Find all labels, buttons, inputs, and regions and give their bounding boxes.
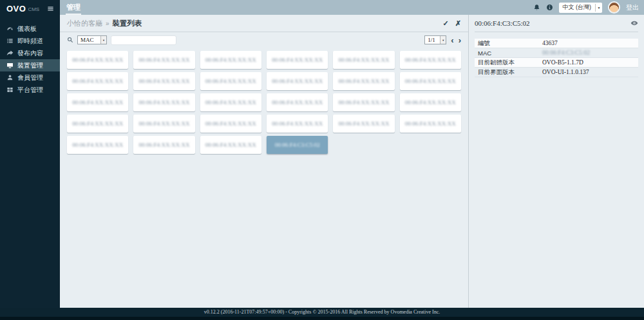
device-card[interactable]: 00:06:F4:XX:XX:XX <box>67 136 128 154</box>
logo-row: OVO CMS <box>0 0 60 17</box>
check-icon[interactable]: ✓ <box>443 20 449 27</box>
device-card-mac-masked: 00:06:F4:XX:XX:XX <box>405 78 456 84</box>
device-card[interactable]: 00:06:F4:XX:XX:XX <box>333 51 394 69</box>
detail-label: 目前界面版本 <box>475 68 542 77</box>
device-card-grid: 00:06:F4:XX:XX:XX00:06:F4:XX:XX:XX00:06:… <box>67 51 461 154</box>
device-card[interactable]: 00:06:F4:XX:XX:XX <box>67 72 128 90</box>
device-card-mac-masked: 00:06:F4:XX:XX:XX <box>205 78 256 84</box>
device-detail-panel: 00:06:F4:C3:C5:02 編號43637MAC00:06:F4:C3:… <box>468 15 644 308</box>
grid-icon <box>6 86 14 93</box>
page-select[interactable]: 1/1 ▼ <box>424 35 446 44</box>
device-card-mac-masked: 00:06:F4:XX:XX:XX <box>205 99 256 106</box>
device-card[interactable]: 00:06:F4:XX:XX:XX <box>67 93 128 111</box>
detail-panel-title: 00:06:F4:C3:C5:02 <box>475 19 530 27</box>
device-card[interactable]: 00:06:F4:XX:XX:XX <box>133 51 194 69</box>
device-card[interactable]: 00:06:F4:XX:XX:XX <box>200 51 261 69</box>
hamburger-icon[interactable] <box>47 5 54 12</box>
device-card[interactable]: 00:06:F4:XX:XX:XX <box>133 115 194 133</box>
detail-row: 目前界面版本OVO-UI-1.1.0.137 <box>475 68 638 77</box>
search-icon <box>67 37 73 43</box>
device-card-mac-masked: 00:06:F4:XX:XX:XX <box>138 78 189 84</box>
main-content: 小恰的客廳 » 裝置列表 ✓ ✗ MAC ▼ 1/1 ▼ ‹ › 00:06:F… <box>60 15 468 308</box>
detail-table: 編號43637MAC00:06:F4:C3:C5:02目前韌體版本OVO-B5-… <box>475 39 638 77</box>
device-card[interactable]: 00:06:F4:XX:XX:XX <box>133 136 194 154</box>
detail-panel-header: 00:06:F4:C3:C5:02 <box>475 15 638 32</box>
language-select[interactable]: 中文 (台灣) ▼ <box>559 3 603 13</box>
search-filter-select[interactable]: MAC ▼ <box>77 35 107 44</box>
search-input[interactable] <box>111 35 176 45</box>
device-card[interactable]: 00:06:F4:XX:XX:XX <box>200 115 261 133</box>
device-card-mac-masked: 00:06:F4:XX:XX:XX <box>72 99 123 106</box>
device-card-mac-masked: 00:06:F4:XX:XX:XX <box>72 142 123 148</box>
device-card-mac-masked: 00:06:F4:XX:XX:XX <box>405 99 456 106</box>
app-logo: OVO <box>6 4 26 14</box>
device-card-mac-masked: 00:06:F4:XX:XX:XX <box>405 120 456 127</box>
logout-button[interactable]: 登出 <box>626 3 639 12</box>
sidebar-item-dashboard[interactable]: 儀表板 <box>0 23 60 35</box>
device-card[interactable]: 00:06:F4:XX:XX:XX <box>200 136 261 154</box>
device-card[interactable]: 00:06:F4:XX:XX:XX <box>67 51 128 69</box>
device-card[interactable]: 00:06:F4:XX:XX:XX <box>267 51 328 69</box>
device-card-mac-masked: 00:06:F4:XX:XX:XX <box>72 78 123 84</box>
footer-bottom-strip <box>0 317 644 320</box>
device-card[interactable]: 00:06:F4:XX:XX:XX <box>133 72 194 90</box>
device-card-mac-masked: 00:06:F4:XX:XX:XX <box>338 99 389 106</box>
sidebar-item-label: 裝置管理 <box>17 61 43 70</box>
device-card-mac-masked: 00:06:F4:XX:XX:XX <box>205 142 256 148</box>
device-card[interactable]: 00:06:F4:XX:XX:XX <box>200 93 261 111</box>
device-card[interactable]: 00:06:F4:XX:XX:XX <box>400 51 461 69</box>
device-card-mac-masked: 00:06:F4:XX:XX:XX <box>205 120 256 127</box>
breadcrumb-separator: » <box>106 20 109 27</box>
device-card[interactable]: 00:06:F4:XX:XX:XX <box>267 115 328 133</box>
topbar: 管理 中文 (台灣) ▼ 登出 <box>60 0 644 15</box>
device-card[interactable]: 00:06:F4:XX:XX:XX <box>267 72 328 90</box>
sidebar: OVO CMS 儀表板即時頻道發布內容裝置管理會員管理平台管理 <box>0 0 60 320</box>
device-card-mac-masked: 00:06:F4:XX:XX:XX <box>272 99 323 106</box>
sidebar-item-member-management[interactable]: 會員管理 <box>0 71 60 84</box>
device-card[interactable]: 00:06:F4:XX:XX:XX <box>333 115 394 133</box>
breadcrumb-parent[interactable]: 小恰的客廳 <box>67 19 102 28</box>
device-card[interactable]: 00:06:F4:XX:XX:XX <box>333 72 394 90</box>
sidebar-item-label: 會員管理 <box>17 73 43 82</box>
device-card[interactable]: 00:06:F4:XX:XX:XX <box>400 72 461 90</box>
desktop-icon <box>6 62 14 69</box>
sidebar-item-platform-management[interactable]: 平台管理 <box>0 84 60 96</box>
device-card[interactable]: 00:06:F4:XX:XX:XX <box>67 115 128 133</box>
device-card[interactable]: 00:06:F4:XX:XX:XX <box>400 115 461 133</box>
page-select-value: 1/1 <box>428 37 435 43</box>
device-card[interactable]: 00:06:F4:XX:XX:XX <box>400 93 461 111</box>
device-card-mac-masked: 00:06:F4:XX:XX:XX <box>338 57 389 63</box>
device-card-mac-masked: 00:06:F4:XX:XX:XX <box>138 57 189 63</box>
sidebar-item-live-channels[interactable]: 即時頻道 <box>0 35 60 47</box>
sidebar-item-label: 即時頻道 <box>17 37 43 46</box>
avatar[interactable] <box>608 1 620 14</box>
user-icon <box>6 74 14 81</box>
device-card[interactable]: 00:06:F4:XX:XX:XX <box>200 72 261 90</box>
detail-value: 00:06:F4:C3:C5:02 <box>542 50 590 56</box>
detail-row: 目前韌體版本OVO-B5-1.1.7D <box>475 58 638 68</box>
sidebar-item-publish-content[interactable]: 發布內容 <box>0 47 60 59</box>
device-card[interactable]: 00:06:F4:C3:C5:02 <box>267 136 328 154</box>
language-selected-value: 中文 (台灣) <box>563 3 592 12</box>
sidebar-item-device-management[interactable]: 裝置管理 <box>0 59 60 71</box>
detail-row: 編號43637 <box>475 39 638 48</box>
device-card-mac-masked: 00:06:F4:XX:XX:XX <box>405 57 456 63</box>
device-card[interactable]: 00:06:F4:XX:XX:XX <box>333 93 394 111</box>
device-card-mac-masked: 00:06:F4:XX:XX:XX <box>272 57 323 63</box>
close-icon[interactable]: ✗ <box>455 20 461 27</box>
device-card-mac-masked: 00:06:F4:XX:XX:XX <box>72 120 123 127</box>
chevron-right-icon[interactable]: › <box>459 36 461 44</box>
eye-icon[interactable] <box>630 19 638 27</box>
topbar-right: 中文 (台灣) ▼ 登出 <box>533 1 644 14</box>
detail-label: 目前韌體版本 <box>475 59 542 67</box>
search-filter-value: MAC <box>80 37 94 43</box>
info-icon[interactable] <box>546 4 553 11</box>
bell-icon[interactable] <box>533 4 540 11</box>
device-card[interactable]: 00:06:F4:XX:XX:XX <box>267 93 328 111</box>
publish-icon <box>6 50 14 57</box>
chevron-left-icon[interactable]: ‹ <box>451 36 453 44</box>
device-card[interactable]: 00:06:F4:XX:XX:XX <box>133 93 194 111</box>
device-card-mac-masked: 00:06:F4:XX:XX:XX <box>338 120 389 127</box>
device-card-mac-masked: 00:06:F4:XX:XX:XX <box>338 78 389 84</box>
tab-management[interactable]: 管理 <box>66 0 81 15</box>
